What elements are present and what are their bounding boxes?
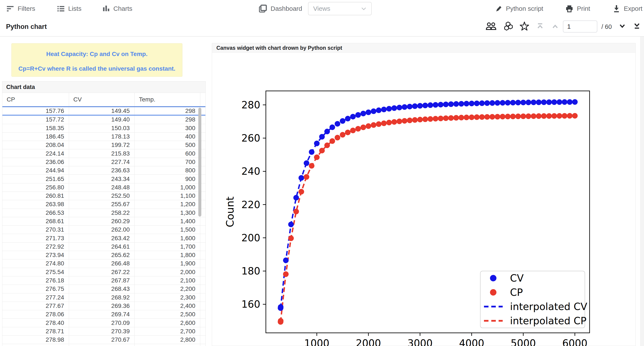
export-button[interactable]: Export (612, 0, 642, 17)
favorite-button[interactable] (519, 17, 530, 36)
data-point-cv (340, 118, 346, 124)
data-point-cp (402, 118, 408, 124)
next-page-button[interactable] (618, 17, 626, 36)
data-point-cp (392, 119, 397, 125)
table-row[interactable]: 273.94265.621,800 (2, 251, 206, 259)
table-row[interactable]: 276.18267.872,100 (2, 276, 206, 285)
charts-button[interactable]: Charts (102, 0, 132, 17)
chart-data-panel: Chart data CP CV Temp. 157.76149.4529815… (2, 81, 206, 346)
data-point-cv (355, 112, 361, 118)
filters-button[interactable]: Filters (6, 0, 35, 17)
y-tick-label: 280 (241, 99, 260, 111)
table-cell: 263.42 (69, 234, 135, 242)
note-box: Heat Capacity: Cp and Cv on Temp. Cp=R+C… (12, 43, 182, 77)
data-point-cp (376, 121, 382, 127)
table-row[interactable]: 186.45178.13400 (2, 132, 206, 141)
star-icon (519, 21, 530, 33)
table-row[interactable]: 275.54267.222,000 (2, 268, 206, 276)
table-cell: 800 (135, 166, 200, 175)
data-point-cv (314, 141, 320, 146)
table-row[interactable]: 244.94236.63800 (2, 166, 206, 175)
x-tick-label: 2000 (356, 337, 381, 346)
table-row[interactable]: 266.53258.221,300 (2, 209, 206, 217)
table-scrollbar-thumb[interactable] (198, 108, 201, 217)
molecule-button[interactable] (503, 17, 514, 36)
data-point-cv (330, 124, 335, 130)
table-row[interactable]: 268.61260.291,400 (2, 217, 206, 226)
python-script-button[interactable]: Python script (495, 0, 543, 17)
previous-page-button[interactable] (552, 17, 559, 36)
table-cell: 1,500 (135, 226, 200, 234)
column-header-cv[interactable]: CV (69, 93, 135, 106)
table-row[interactable]: 272.92264.611,700 (2, 243, 206, 251)
data-point-cv (479, 100, 485, 106)
y-tick-label: 200 (241, 232, 260, 244)
table-cell: 268.43 (69, 285, 135, 293)
last-page-button[interactable] (633, 17, 640, 36)
table-cell: 273.94 (2, 251, 69, 259)
data-point-cp (360, 124, 366, 130)
table-cell: 2,500 (135, 310, 200, 318)
page-scrollbar[interactable] (640, 37, 644, 346)
table-cell: 1,000 (135, 183, 200, 192)
shared-users-button[interactable] (486, 17, 496, 36)
data-point-cv (433, 102, 438, 108)
table-row[interactable]: 277.24268.922,300 (2, 293, 206, 302)
table-row[interactable]: 278.06269.742,500 (2, 310, 206, 319)
data-point-cp (345, 130, 350, 135)
table-row[interactable]: 278.98270.672,800 (2, 336, 206, 344)
table-scrollbar[interactable] (198, 107, 201, 346)
page-number-input[interactable] (563, 21, 597, 33)
table-cell: 278.40 (2, 319, 69, 327)
table-row[interactable]: 271.73263.421,600 (2, 234, 206, 242)
table-row[interactable]: 251.65243.34900 (2, 175, 206, 183)
table-row[interactable]: 157.76149.45298 (2, 106, 206, 115)
table-row[interactable]: 236.06227.74700 (2, 158, 206, 166)
list-icon (57, 5, 65, 12)
table-cell: 1,200 (135, 200, 200, 208)
table-row[interactable]: 224.14215.83600 (2, 149, 206, 158)
data-point-cv (469, 101, 474, 106)
dashboard-button[interactable]: Dashboard (258, 0, 302, 17)
table-row[interactable]: 158.35150.03300 (2, 124, 206, 132)
data-point-cp (557, 113, 562, 119)
table-row[interactable]: 278.71270.392,700 (2, 327, 206, 336)
table-row[interactable]: 277.67269.362,400 (2, 302, 206, 310)
data-point-cv (500, 100, 506, 106)
data-point-cv (438, 102, 444, 107)
table-cell: 279.22 (2, 344, 69, 346)
table-row[interactable]: 256.80248.481,000 (2, 183, 206, 192)
print-button[interactable]: Print (565, 0, 590, 17)
table-cell: 600 (135, 149, 200, 157)
table-row[interactable]: 208.04199.72500 (2, 141, 206, 149)
data-point-cv (283, 257, 289, 263)
lists-label: Lists (68, 5, 82, 12)
table-row[interactable]: 279.22270.922,900 (2, 344, 206, 346)
table-row[interactable]: 278.40270.092,600 (2, 319, 206, 327)
table-cell: 2,700 (135, 327, 200, 335)
data-point-cv (412, 103, 418, 109)
table-cell: 269.74 (69, 310, 135, 318)
column-header-temp[interactable]: Temp. (135, 93, 200, 106)
chevron-down-icon (618, 23, 626, 30)
table-cell: 258.22 (69, 209, 135, 217)
table-row[interactable]: 274.80266.481,900 (2, 259, 206, 268)
data-point-cv (417, 103, 423, 109)
table-body: 157.76149.45298157.72149.40298158.35150.… (2, 106, 206, 346)
table-cell: 2,400 (135, 302, 200, 310)
table-cell: 270.31 (2, 226, 69, 234)
data-point-cp (541, 113, 547, 119)
table-row[interactable]: 157.72149.40298 (2, 115, 206, 124)
views-select[interactable]: Views (308, 2, 372, 15)
table-row[interactable]: 270.31262.001,500 (2, 226, 206, 234)
y-tick-label: 260 (241, 132, 260, 144)
table-row[interactable]: 276.75268.432,200 (2, 285, 206, 293)
column-header-cp[interactable]: CP (2, 93, 69, 106)
first-page-button[interactable] (536, 17, 544, 36)
lists-button[interactable]: Lists (57, 0, 82, 17)
table-row[interactable]: 263.98255.671,200 (2, 200, 206, 209)
table-row[interactable]: 260.81252.501,100 (2, 192, 206, 200)
table-cell: 251.65 (2, 175, 69, 183)
dashboard-label: Dashboard (270, 5, 302, 12)
data-point-cv (407, 104, 412, 109)
